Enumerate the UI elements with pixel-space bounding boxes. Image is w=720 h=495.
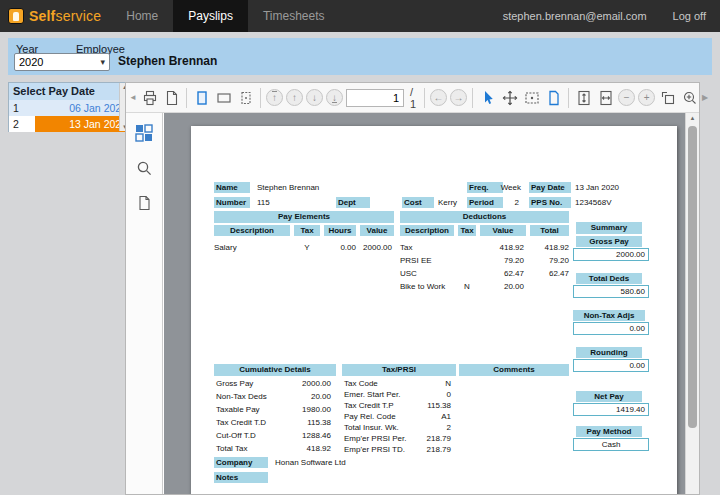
summary-item-label: Total Deds [576,273,642,284]
cumulative-label: Total Tax [216,443,247,454]
search-icon[interactable] [134,158,154,178]
export-page-icon[interactable] [162,87,181,109]
history-forward-icon[interactable]: → [450,89,467,106]
select-tool-icon[interactable] [478,87,497,109]
first-page-icon[interactable]: ↑ [266,89,283,106]
pan-tool-icon[interactable] [500,87,519,109]
app-title: Selfservice [29,8,101,24]
scrollbar-thumb[interactable] [688,126,697,428]
toolbar-collapse-icon[interactable]: ◄ [129,93,137,102]
bookmarks-panel-icon[interactable] [134,193,154,213]
summary-item-label: Net Pay [576,391,642,402]
taxprsi-label: Pay Rel. Code [344,411,396,422]
app-title-rest: service [55,8,101,24]
deduction-desc: PRSI EE [400,255,432,266]
cost-value: Kerry [438,197,457,208]
continuous-view-icon[interactable] [214,87,233,109]
paydate-label: Pay Date [529,182,571,193]
cumulative-value: 1980.00 [281,404,331,415]
fit-width-icon[interactable] [596,87,615,109]
cumulative-label: Tax Credit T.D [216,417,266,428]
cumulative-value: 20.00 [281,391,331,402]
cumulative-details-title: Cumulative Details [214,364,336,376]
logoff-button[interactable]: Log off [673,10,706,22]
zoom-out-icon[interactable]: − [618,89,635,106]
taxprsi-value: 218.79 [391,444,451,455]
thumbnails-panel-icon[interactable] [134,123,154,143]
print-icon[interactable] [140,87,159,109]
taxprsi-label: Tax Code [344,378,378,389]
multi-page-view-icon[interactable] [236,87,255,109]
document-page-icon[interactable] [544,87,563,109]
column-header: Value [360,225,394,236]
taxprsi-label: Tax Credit T.P [344,400,394,411]
cumulative-label: Gross Pay [216,378,253,389]
deduction-value: 20.00 [480,281,524,292]
summary-item-value: 0.00 [573,322,649,335]
pay-date-row-number: 2 [9,116,35,132]
dynamic-zoom-icon[interactable] [680,87,699,109]
taxprsi-value: 115.38 [391,400,451,411]
deduction-value: 418.92 [480,242,524,253]
summary-item-value: Cash [573,438,649,451]
cumulative-label: Cut-Off T.D [216,430,256,441]
summary-title: Summary [576,222,642,234]
cumulative-label: Non-Tax Deds [216,391,267,402]
column-header: Description [214,225,290,236]
company-value: Honan Software Ltd [275,457,346,468]
comments-title: Comments [459,364,569,376]
toolbar-separator [472,88,473,108]
taxprsi-value: N [391,378,451,389]
scroll-up-icon[interactable]: ▲ [686,115,699,121]
taxprsi-value: 0 [391,389,451,400]
marquee-zoom-icon[interactable] [658,87,677,109]
cumulative-value: 115.38 [281,417,331,428]
pay-date-row-1[interactable]: 1 06 Jan 2020 [9,100,130,116]
toolbar-separator [568,88,569,108]
paydate-value: 13 Jan 2020 [575,182,619,193]
taxprsi-value: 2 [391,422,451,433]
next-page-icon[interactable]: ↓ [306,89,323,106]
page-number-input[interactable] [346,89,404,107]
pay-element-hours: 0.00 [324,242,356,253]
tax-prsi-title: Tax/PRSI [342,364,456,376]
viewer-toolbar: ◄ ↑ ↑ ↓ ↓ / 1 ← → [126,83,699,113]
year-select-value: 2020 [19,56,43,68]
pay-date-row-date: 06 Jan 2020 [35,100,130,116]
zoom-in-icon[interactable]: + [638,89,655,106]
last-page-icon[interactable]: ↓ [326,89,343,106]
company-label: Company [214,457,268,468]
tab-payslips[interactable]: Payslips [173,0,248,32]
number-value: 115 [257,197,270,208]
column-header: Hours [324,225,356,236]
viewer-sidebar [126,113,163,494]
pay-date-row-2-selected[interactable]: 2 13 Jan 2020 [9,116,130,132]
toolbar-overflow-icon[interactable]: ▶ [702,93,710,102]
chevron-down-icon: ▾ [100,57,105,67]
summary-item-value: 1419.40 [573,403,649,416]
fit-page-icon[interactable] [574,87,593,109]
pay-element-value: 2000.00 [360,242,392,253]
app-brand: Selfservice [0,0,111,32]
pay-element-tax: Y [294,242,320,253]
app-title-bold: Self [29,8,55,24]
employee-value: Stephen Brennan [118,54,217,68]
summary-item-value: 0.00 [573,359,649,372]
viewer-scrollbar[interactable]: ▲ [685,113,699,494]
toolbar-separator [260,88,261,108]
year-select[interactable]: 2020 ▾ [14,53,110,71]
user-email[interactable]: stephen.brennan@email.com [503,10,647,22]
cumulative-value: 2000.00 [281,378,331,389]
summary-item-label: Pay Method [576,426,642,437]
pps-label: PPS No. [529,197,571,208]
previous-page-icon[interactable]: ↑ [286,89,303,106]
single-page-view-icon[interactable] [192,87,211,109]
deduction-desc: Bike to Work [400,281,445,292]
deduction-desc: USC [400,268,417,279]
history-back-icon[interactable]: ← [430,89,447,106]
tab-timesheets[interactable]: Timesheets [248,0,340,32]
deduction-value: 62.47 [480,268,524,279]
snapshot-tool-icon[interactable] [522,87,541,109]
dept-label: Dept [336,197,370,208]
tab-home[interactable]: Home [111,0,173,32]
